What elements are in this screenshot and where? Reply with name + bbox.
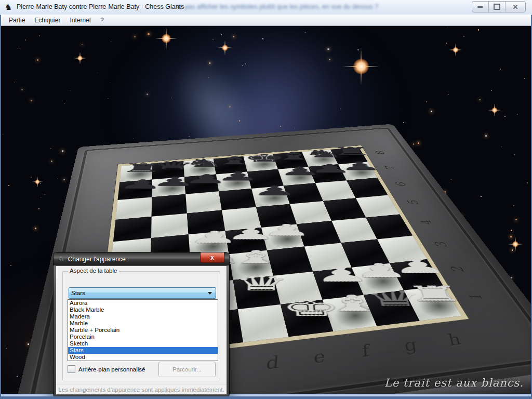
dialog-status-text: Les changements d'apparence sont appliqu…	[56, 384, 227, 393]
close-icon: ✕	[513, 4, 518, 10]
game-viewport: abcdefgh12345678 ♜♛♞♝♚♝♞♜♟♟♟♟♟♟♟♟♜♞♝♛♚♝♛…	[1, 26, 531, 396]
square-h3[interactable]	[377, 236, 427, 263]
dialog-knight-icon: ♘	[58, 255, 64, 263]
custom-background-row: Arrière-plan personnalisé	[68, 365, 145, 373]
list-option-porcelain[interactable]: Porcelain	[68, 334, 218, 340]
list-option-black-marble[interactable]: Black Marble	[68, 307, 218, 313]
browse-button[interactable]: Parcourir...	[158, 362, 216, 377]
menu-item-echiquier[interactable]: Echiquier	[30, 16, 65, 25]
menu-bar: Partie Echiquier Internet ?	[1, 15, 531, 26]
window-controls: ✕	[472, 1, 526, 12]
list-option-sketch[interactable]: Sketch	[68, 340, 218, 347]
group-label: Aspect de la table	[68, 268, 119, 274]
restore-button[interactable]	[489, 2, 506, 12]
close-button[interactable]: ✕	[506, 2, 525, 12]
list-option-wood[interactable]: Wood	[68, 354, 218, 361]
title-bar: ♞ Pierre-Marie Baty contre Pierre-Marie …	[0, 0, 532, 15]
menu-item-partie[interactable]: Partie	[4, 16, 30, 25]
dialog-body: Aspect de la table Stars AuroraBlack Mar…	[56, 265, 227, 395]
turn-indicator: Le trait est aux blancs.	[384, 377, 524, 389]
dialog-title: Changer l'apparence	[68, 256, 126, 263]
window-title: Pierre-Marie Baty contre Pierre-Marie Ba…	[17, 3, 184, 10]
custom-background-label: Arrière-plan personnalisé	[78, 366, 145, 373]
square-d1[interactable]	[238, 304, 289, 342]
list-option-marble[interactable]: Marble	[68, 320, 218, 327]
app-icon-knight: ♞	[5, 3, 14, 12]
list-option-stars[interactable]: Stars	[68, 347, 218, 354]
square-e4[interactable]	[261, 224, 304, 250]
dialog-close-button[interactable]: x	[200, 252, 224, 263]
appearance-dialog: ♘ Changer l'apparence x Aspect de la tab…	[54, 252, 229, 396]
title-ghost-text: ne pas afficher les symboles plutôt que …	[176, 3, 487, 10]
table-aspect-combobox[interactable]: Stars	[69, 287, 216, 299]
custom-background-checkbox[interactable]	[68, 365, 75, 373]
combobox-value: Stars	[69, 290, 208, 296]
square-e1[interactable]	[281, 300, 334, 337]
app-window: ♞ Pierre-Marie Baty contre Pierre-Marie …	[0, 0, 532, 399]
list-option-aurora[interactable]: Aurora	[68, 300, 218, 307]
menu-item-internet[interactable]: Internet	[65, 16, 96, 25]
list-option-madera[interactable]: Madera	[68, 313, 218, 320]
menu-item-help[interactable]: ?	[96, 16, 109, 25]
appearance-list: AuroraBlack MarbleMaderaMarbleMarble + P…	[68, 299, 218, 361]
minimize-button[interactable]	[472, 2, 489, 12]
chevron-down-icon	[208, 292, 212, 295]
list-option-marble-porcelain[interactable]: Marble + Porcelain	[68, 327, 218, 334]
dialog-close-icon: x	[210, 255, 214, 261]
minimize-icon	[477, 6, 483, 8]
restore-icon	[494, 4, 500, 10]
